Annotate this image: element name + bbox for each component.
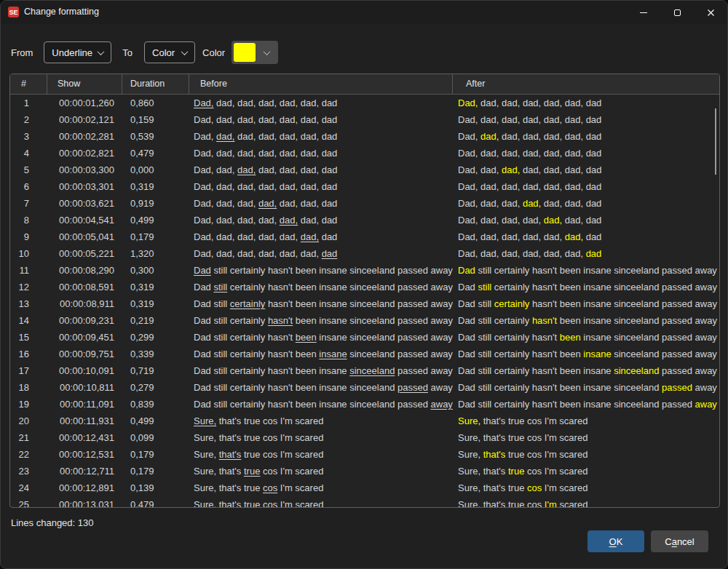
row-before-text: Dad, dad, dad, dad, dad, dad, dad [189, 245, 453, 262]
before-underlined: I'm [280, 499, 293, 508]
cancel-label-rest: ncel [677, 536, 695, 547]
color-label: Color [202, 47, 225, 58]
row-duration: 0,539 [122, 128, 189, 145]
table-row[interactable]: 21 00:00:12,431 0,099 Sure, that's true … [10, 429, 719, 446]
table-row[interactable]: 14 00:00:09,231 0,219 Dad still certainl… [10, 312, 719, 329]
row-before-text: Sure, that's true cos I'm scared [189, 429, 453, 446]
before-underlined: hasn't [268, 315, 293, 326]
color-picker-button[interactable] [232, 41, 278, 64]
table-row[interactable]: 9 00:00:05,041 0,179 Dad, dad, dad, dad,… [10, 228, 719, 245]
table-row[interactable]: 22 00:00:12,531 0,179 Sure, that's true … [10, 446, 719, 463]
row-before-text: Dad still certainly hasn't been insane s… [189, 329, 453, 346]
table-row[interactable]: 5 00:00:03,300 0,000 Dad, dad, dad, dad,… [10, 162, 719, 178]
row-show-time: 00:00:11,091 [47, 396, 122, 413]
row-before-text: Dad still certainly hasn't been insane s… [189, 262, 453, 279]
row-after-text: Dad, dad, dad, dad, dad, dad, dad [453, 228, 719, 245]
before-plain: Dad still certainly hasn't been insane s… [194, 399, 431, 410]
from-dropdown[interactable]: Underline [44, 41, 111, 63]
after-plain: dad, dad, dad [541, 198, 601, 209]
table-row[interactable]: 19 00:00:11,091 0,839 Dad still certainl… [10, 396, 719, 413]
row-show-time: 00:00:08,290 [47, 262, 122, 279]
before-plain: sinceeland passed away [347, 349, 453, 359]
list-body: 1 00:00:01,260 0,860 Dad, dad, dad, dad,… [10, 95, 719, 508]
table-row[interactable]: 18 00:00:10,811 0,279 Dad still certainl… [10, 379, 719, 396]
before-underlined: dad, [216, 131, 234, 142]
maximize-button[interactable] [660, 1, 694, 24]
row-before-text: Dad, dad, dad, dad, dad, dad, dad [189, 111, 453, 128]
table-row[interactable]: 7 00:00:03,621 0,919 Dad, dad, dad, dad,… [10, 195, 719, 212]
before-plain: I'm scared [277, 482, 323, 493]
table-row[interactable]: 25 00:00:13,031 0,479 Sure, that's true … [10, 496, 719, 508]
after-plain: scared [557, 499, 588, 508]
row-show-time: 00:00:03,621 [47, 195, 122, 212]
before-underlined: certainly [230, 298, 265, 309]
titlebar[interactable]: SE Change formatting [1, 1, 727, 24]
table-row[interactable]: 17 00:00:10,091 0,719 Dad still certainl… [10, 362, 719, 379]
row-number: 10 [10, 245, 47, 262]
table-row[interactable]: 6 00:00:03,301 0,319 Dad, dad, dad, dad,… [10, 178, 719, 195]
row-before-text: Sure, that's true cos I'm scared [189, 463, 453, 480]
row-show-time: 00:00:04,541 [47, 212, 122, 228]
before-plain: Dad, dad, [194, 164, 237, 175]
after-plain: dad, dad [562, 215, 601, 226]
vertical-scrollbar-thumb[interactable] [715, 108, 716, 175]
before-plain: Dad still [194, 298, 230, 309]
table-row[interactable]: 13 00:00:08,911 0,319 Dad still certainl… [10, 295, 719, 312]
row-after-text: Sure, that's true cos I'm scared [453, 480, 719, 496]
header-duration[interactable]: Duration [122, 74, 189, 94]
table-row[interactable]: 12 00:00:08,591 0,319 Dad still certainl… [10, 279, 719, 295]
after-plain: Dad still certainly [458, 315, 532, 326]
row-duration: 0,479 [122, 145, 189, 162]
logo-text: SE [9, 9, 17, 16]
after-plain: dad [583, 231, 601, 242]
cancel-button[interactable]: Cancel [651, 530, 708, 552]
minimize-button[interactable] [627, 1, 660, 24]
table-row[interactable]: 2 00:00:02,121 0,159 Dad, dad, dad, dad,… [10, 111, 719, 128]
row-show-time: 00:00:12,531 [47, 446, 122, 463]
row-duration: 0,499 [122, 413, 189, 429]
table-row[interactable]: 16 00:00:09,751 0,339 Dad still certainl… [10, 346, 719, 362]
after-plain: Dad, dad, dad, dad, dad, dad, [458, 248, 586, 259]
row-before-text: Dad still certainly hasn't been insane s… [189, 295, 453, 312]
table-row[interactable]: 11 00:00:08,290 0,300 Dad still certainl… [10, 262, 719, 279]
header-after[interactable]: After [453, 74, 719, 94]
color-swatch [234, 43, 256, 62]
row-number: 1 [10, 95, 47, 111]
before-plain: hasn't been insane sinceeland passed awa… [265, 298, 453, 309]
row-show-time: 00:00:02,821 [47, 145, 122, 162]
row-duration: 0,479 [122, 496, 189, 508]
table-row[interactable]: 23 00:00:12,711 0,179 Sure, that's true … [10, 463, 719, 480]
before-plain: Dad, [194, 131, 216, 142]
row-duration: 0,499 [122, 212, 189, 228]
table-row[interactable]: 4 00:00:02,821 0,479 Dad, dad, dad, dad,… [10, 145, 719, 162]
close-button[interactable] [694, 1, 727, 24]
table-row[interactable]: 15 00:00:09,451 0,299 Dad still certainl… [10, 329, 719, 346]
table-row[interactable]: 1 00:00:01,260 0,860 Dad, dad, dad, dad,… [10, 95, 719, 111]
lines-changed-label: Lines changed: 130 [11, 517, 93, 528]
row-after-text: Dad still certainly hasn't been insane s… [453, 396, 719, 413]
after-plain: Dad, dad, dad, dad, dad, dad, dad [458, 114, 601, 125]
before-underlined: passed [397, 382, 428, 393]
row-after-text: Dad still certainly hasn't been insane s… [453, 279, 719, 295]
row-after-text: Dad still certainly hasn't been insane s… [453, 346, 719, 362]
before-plain: Sure, that's true cos [194, 499, 280, 508]
after-plain: true cos I'm scared [505, 449, 587, 460]
before-plain: Dad, dad, dad, [194, 198, 258, 209]
table-row[interactable]: 3 00:00:02,281 0,539 Dad, dad, dad, dad,… [10, 128, 719, 145]
table-row[interactable]: 24 00:00:12,891 0,139 Sure, that's true … [10, 480, 719, 496]
ok-button[interactable]: OK [587, 530, 644, 552]
row-show-time: 00:00:12,711 [47, 463, 122, 480]
table-row[interactable]: 8 00:00:04,541 0,499 Dad, dad, dad, dad,… [10, 212, 719, 228]
row-number: 15 [10, 329, 47, 346]
header-number[interactable]: # [10, 74, 47, 94]
row-number: 14 [10, 312, 47, 329]
header-before[interactable]: Before [189, 74, 453, 94]
to-dropdown[interactable]: Color [144, 41, 195, 63]
header-show[interactable]: Show [47, 74, 122, 94]
after-plain: dad, dad, dad, dad, dad, dad [478, 98, 601, 108]
row-duration: 0,179 [122, 228, 189, 245]
table-row[interactable]: 10 00:00:05,221 1,320 Dad, dad, dad, dad… [10, 245, 719, 262]
before-plain: Dad still certainly hasn't [194, 332, 296, 343]
table-row[interactable]: 20 00:00:11,931 0,499 Sure, that's true … [10, 413, 719, 429]
row-duration: 0,279 [122, 379, 189, 396]
